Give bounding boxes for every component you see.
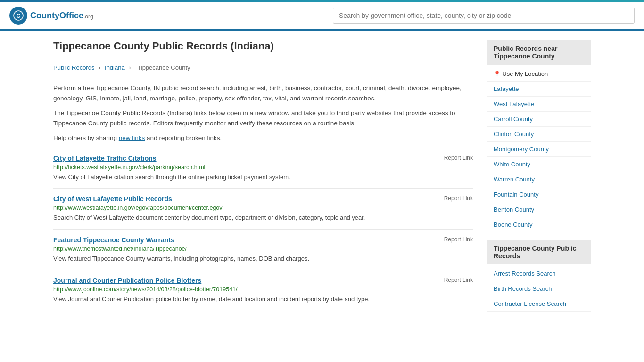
records-section-header: Tippecanoe County Public Records	[487, 240, 591, 264]
breadcrumb: Public Records › Indiana › Tippecanoe Co…	[53, 64, 473, 76]
record-url: http://tickets.westlafayette.in.gov/cler…	[53, 164, 473, 171]
records-link[interactable]: Contractor License Search	[487, 296, 591, 311]
record-header: City of West Lafayette Public Records Re…	[53, 195, 473, 203]
nearby-link[interactable]: Boone County	[487, 217, 591, 232]
logo-icon: C	[9, 7, 27, 25]
logo-county: CountyOffice	[30, 11, 83, 20]
nearby-link[interactable]: Montgomery County	[487, 142, 591, 156]
record-desc: View Journal and Courier Publication pol…	[53, 295, 473, 304]
description-3-suffix: and reporting broken links.	[145, 134, 222, 141]
nearby-link-item: White County	[487, 157, 591, 172]
record-header: Journal and Courier Publication Police B…	[53, 277, 473, 284]
nearby-link[interactable]: Clinton County	[487, 127, 591, 141]
logo-org: .org	[83, 13, 93, 20]
record-title[interactable]: Journal and Courier Publication Police B…	[53, 277, 201, 284]
records-link[interactable]: Birth Records Search	[487, 281, 591, 296]
report-link[interactable]: Report Link	[444, 236, 473, 243]
nearby-link-item: Carroll County	[487, 112, 591, 127]
records-link-item: Contractor License Search	[487, 296, 591, 312]
records-section-header-text: Tippecanoe County Public Records	[494, 245, 577, 260]
logo[interactable]: C CountyOffice.org	[9, 7, 93, 25]
description-1: Perform a free Tippecanoe County, IN pub…	[53, 83, 473, 103]
record-item: Featured Tippecanoe County Warrants Repo…	[53, 230, 473, 271]
nearby-link-item: Clinton County	[487, 127, 591, 142]
header: C CountyOffice.org	[0, 2, 644, 31]
content-area: Tippecanoe County Public Records (Indian…	[44, 31, 600, 329]
nearby-section: Public Records near Tippecanoe County Us…	[487, 40, 591, 232]
search-input[interactable]	[333, 8, 635, 24]
record-item: City of West Lafayette Public Records Re…	[53, 189, 473, 230]
nearby-link-item: Benton County	[487, 202, 591, 217]
nearby-link-item: Lafayette	[487, 82, 591, 97]
breadcrumb-separator-1: ›	[99, 64, 100, 71]
record-title[interactable]: City of West Lafayette Public Records	[53, 195, 172, 203]
page-title: Tippecanoe County Public Records (Indian…	[53, 40, 473, 58]
nearby-links: Use My LocationLafayetteWest LafayetteCa…	[487, 66, 591, 232]
records-list: City of Lafayette Traffic Citations Repo…	[53, 148, 473, 311]
nearby-link-item: Boone County	[487, 217, 591, 232]
new-links-link[interactable]: new links	[119, 134, 145, 141]
record-header: Featured Tippecanoe County Warrants Repo…	[53, 236, 473, 244]
sidebar: Public Records near Tippecanoe County Us…	[487, 40, 591, 319]
nearby-link-item: Warren County	[487, 172, 591, 187]
nearby-link[interactable]: Carroll County	[487, 112, 591, 126]
nearby-link-item: Fountain County	[487, 187, 591, 202]
breadcrumb-indiana[interactable]: Indiana	[105, 64, 125, 71]
report-link[interactable]: Report Link	[444, 277, 473, 283]
nearby-link[interactable]: Fountain County	[487, 187, 591, 202]
nearby-header: Public Records near Tippecanoe County	[487, 40, 591, 65]
breadcrumb-separator-2: ›	[129, 64, 131, 71]
description-3-prefix: Help others by sharing	[53, 134, 119, 141]
record-item: Journal and Courier Publication Police B…	[53, 270, 473, 311]
record-url: http://www.westlafayette.in.gov/egov/app…	[53, 205, 473, 211]
main-content: Tippecanoe County Public Records (Indian…	[53, 40, 473, 319]
nearby-link-item: Montgomery County	[487, 142, 591, 157]
nearby-link[interactable]: Lafayette	[487, 82, 591, 96]
records-link-item: Arrest Records Search	[487, 266, 591, 281]
description-2: The Tippecanoe County Public Records (In…	[53, 108, 473, 128]
record-title[interactable]: City of Lafayette Traffic Citations	[53, 155, 157, 162]
record-url: http://www.jconline.com/story/news/2014/…	[53, 286, 473, 293]
breadcrumb-public-records[interactable]: Public Records	[53, 64, 94, 71]
search-bar[interactable]	[333, 8, 635, 24]
nearby-link-item: West Lafayette	[487, 97, 591, 112]
records-link[interactable]: Arrest Records Search	[487, 266, 591, 281]
record-desc: View City of Lafayette citation search t…	[53, 173, 473, 182]
record-item: City of Lafayette Traffic Citations Repo…	[53, 148, 473, 189]
nearby-link-item: Use My Location	[487, 66, 591, 82]
svg-text:C: C	[17, 13, 21, 19]
description-3: Help others by sharing new links and rep…	[53, 133, 473, 143]
report-link[interactable]: Report Link	[444, 195, 473, 202]
record-header: City of Lafayette Traffic Citations Repo…	[53, 155, 473, 162]
nearby-link[interactable]: Use My Location	[487, 66, 591, 81]
nearby-header-text: Public Records near Tippecanoe County	[494, 45, 557, 60]
records-section: Tippecanoe County Public Records Arrest …	[487, 240, 591, 312]
records-links: Arrest Records SearchBirth Records Searc…	[487, 266, 591, 312]
nearby-link[interactable]: Benton County	[487, 202, 591, 217]
nearby-link[interactable]: White County	[487, 157, 591, 172]
records-link-item: Birth Records Search	[487, 281, 591, 296]
nearby-link[interactable]: West Lafayette	[487, 97, 591, 111]
nearby-link[interactable]: Warren County	[487, 172, 591, 187]
breadcrumb-tippecanoe: Tippecanoe County	[137, 64, 190, 71]
record-title[interactable]: Featured Tippecanoe County Warrants	[53, 236, 174, 244]
report-link[interactable]: Report Link	[444, 155, 473, 161]
record-desc: Search City of West Lafayette document c…	[53, 213, 473, 222]
record-desc: View featured Tippecanoe County warrants…	[53, 254, 473, 263]
record-url: http://www.themostwanted.net/Indiana/Tip…	[53, 246, 473, 252]
logo-text-area: CountyOffice.org	[30, 11, 93, 21]
